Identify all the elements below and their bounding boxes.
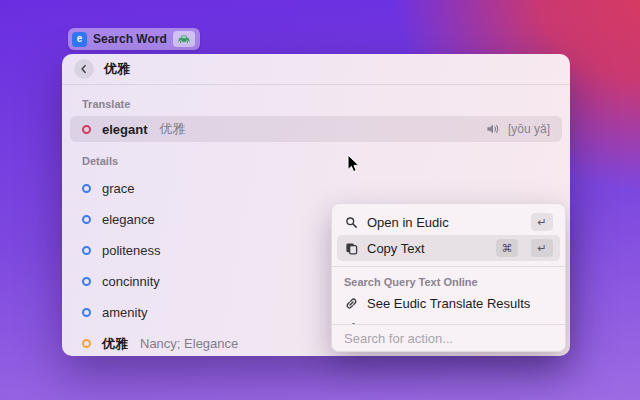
- chevron-left-icon: [78, 63, 90, 75]
- blue-ring-icon: [82, 308, 91, 317]
- return-key-badge: ↵: [531, 213, 553, 231]
- blue-ring-icon: [82, 184, 91, 193]
- menu-item-see-eudic-results[interactable]: See Eudic Translate Results: [337, 291, 560, 316]
- detail-label: amenity: [102, 305, 148, 320]
- detail-row-grace[interactable]: grace: [70, 173, 562, 204]
- section-label-details: Details: [70, 155, 562, 167]
- orange-ring-icon: [82, 339, 91, 348]
- translate-row-elegant[interactable]: elegant 优雅 [yōu yǎ]: [70, 116, 562, 142]
- translate-word: elegant: [102, 122, 148, 137]
- action-search-input[interactable]: [332, 331, 565, 346]
- detail-label: concinnity: [102, 274, 160, 289]
- cmd-key-badge: ⌘: [496, 239, 518, 257]
- menu-divider: [332, 266, 565, 267]
- copy-icon: [344, 242, 358, 255]
- detail-sublabel: Nancy; Elegance: [140, 336, 238, 351]
- menu-item-label: Copy Text: [367, 241, 487, 256]
- detail-label: elegance: [102, 212, 155, 227]
- menu-item-label: See Eudic Translate Results: [367, 296, 530, 311]
- detail-label: 优雅: [102, 335, 128, 353]
- desktop-background: e Search Word 优雅 Translate: [0, 0, 640, 400]
- command-chip-label: Search Word: [93, 32, 167, 46]
- blue-ring-icon: [82, 277, 91, 286]
- back-button[interactable]: [74, 59, 94, 79]
- action-search-bar: [332, 324, 565, 351]
- action-menu-list: Open in Eudic ↵ Copy Text ⌘ ↵ Search Que…: [332, 204, 565, 326]
- menu-item-copy-text[interactable]: Copy Text ⌘ ↵: [337, 235, 560, 261]
- action-menu: Open in Eudic ↵ Copy Text ⌘ ↵ Search Que…: [331, 203, 566, 352]
- blue-ring-icon: [82, 215, 91, 224]
- menu-item-open-in-eudic[interactable]: Open in Eudic ↵: [337, 209, 560, 235]
- menu-item-label: Open in Eudic: [367, 215, 522, 230]
- section-label-translate: Translate: [70, 98, 562, 110]
- translate-word-translation: 优雅: [160, 120, 186, 138]
- command-chip[interactable]: e Search Word: [68, 28, 200, 50]
- car-badge: [173, 31, 195, 47]
- eudic-app-icon-letter: e: [77, 34, 83, 44]
- detail-label: grace: [102, 181, 135, 196]
- detail-label: politeness: [102, 243, 161, 258]
- page-title: 优雅: [104, 60, 130, 78]
- red-ring-icon: [82, 125, 91, 134]
- link-icon: [344, 297, 358, 310]
- magnifier-icon: [344, 216, 358, 229]
- car-icon: [177, 34, 191, 44]
- eudic-app-icon: e: [72, 32, 87, 47]
- blue-ring-icon: [82, 246, 91, 255]
- window-header: 优雅: [62, 54, 570, 85]
- return-key-badge: ↵: [531, 239, 553, 257]
- menu-section-label: Search Query Text Online: [337, 272, 560, 291]
- pinyin-text: [yōu yǎ]: [508, 122, 550, 136]
- speaker-icon: [486, 123, 500, 135]
